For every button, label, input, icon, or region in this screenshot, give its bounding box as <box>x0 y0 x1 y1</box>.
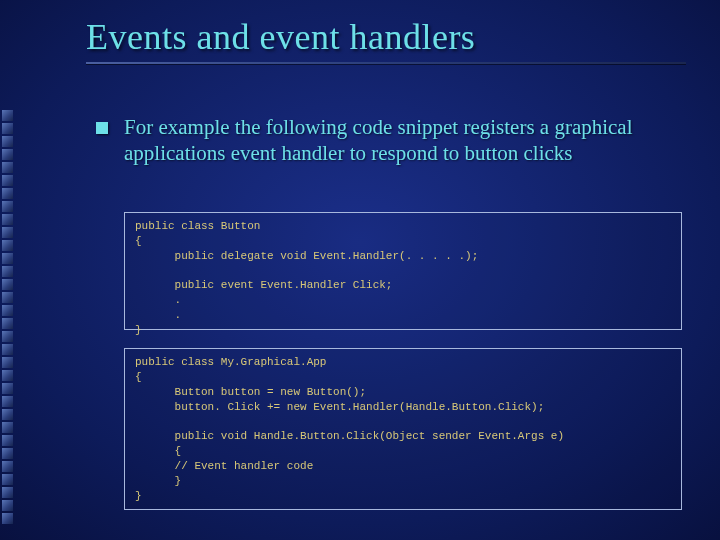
decor-square <box>2 370 13 381</box>
decor-square <box>2 279 13 290</box>
decor-square <box>2 227 13 238</box>
decor-square <box>2 422 13 433</box>
slide-title: Events and event handlers <box>86 16 475 58</box>
decor-square <box>2 149 13 160</box>
decor-square <box>2 110 13 121</box>
decor-square <box>2 188 13 199</box>
decor-square <box>2 162 13 173</box>
decor-square <box>2 344 13 355</box>
code-block-1: public class Button { public delegate vo… <box>124 212 682 330</box>
body-text: For example the following code snippet r… <box>124 114 674 167</box>
decor-square <box>2 448 13 459</box>
decor-square <box>2 474 13 485</box>
decor-square <box>2 435 13 446</box>
title-underline <box>86 62 686 64</box>
decor-square <box>2 305 13 316</box>
decor-square <box>2 331 13 342</box>
decor-square <box>2 123 13 134</box>
decor-square <box>2 266 13 277</box>
decor-square <box>2 461 13 472</box>
decor-square <box>2 357 13 368</box>
code-block-2: public class My.Graphical.App { Button b… <box>124 348 682 510</box>
decor-square <box>2 136 13 147</box>
decor-square <box>2 513 13 524</box>
decor-square <box>2 175 13 186</box>
decor-square <box>2 500 13 511</box>
decor-square <box>2 214 13 225</box>
decor-square <box>2 383 13 394</box>
decor-square <box>2 487 13 498</box>
decor-column <box>0 110 18 524</box>
decor-square <box>2 240 13 251</box>
decor-square <box>2 292 13 303</box>
decor-square <box>2 253 13 264</box>
decor-square <box>2 396 13 407</box>
decor-square <box>2 201 13 212</box>
bullet-icon <box>96 122 108 134</box>
decor-square <box>2 318 13 329</box>
decor-square <box>2 409 13 420</box>
